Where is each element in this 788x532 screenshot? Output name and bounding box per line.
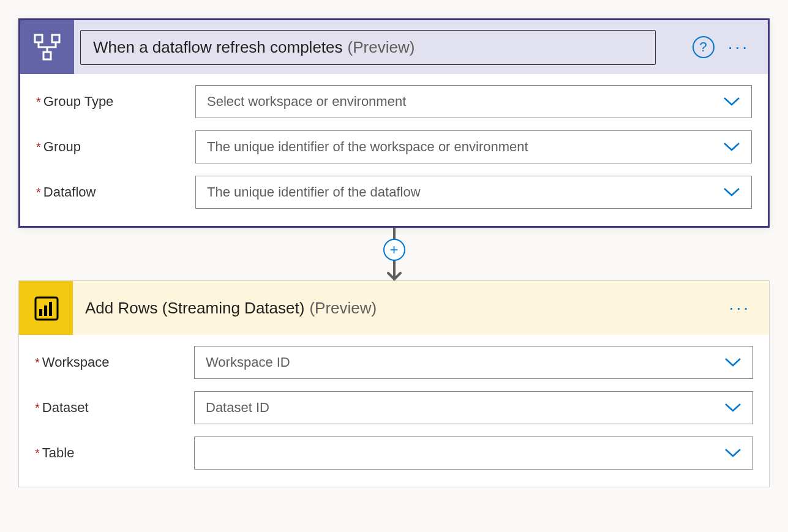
action-header-actions: ··· [726,297,769,319]
flow-canvas: When a dataflow refresh completes (Previ… [18,18,770,487]
placeholder-text: The unique identifier of the workspace o… [207,139,528,155]
help-button[interactable]: ? [692,36,715,58]
group-select[interactable]: The unique identifier of the workspace o… [195,130,752,163]
chevron-down-icon [724,448,741,458]
required-star: * [35,401,40,415]
required-star: * [35,356,40,370]
connector: + [18,228,770,280]
field-row-dataflow: * Dataflow The unique identifier of the … [36,176,752,209]
add-step-button[interactable]: + [383,239,405,261]
trigger-title-wrap: When a dataflow refresh completes (Previ… [74,30,692,65]
action-card-body: * Workspace Workspace ID * Dataset Datas… [19,335,769,487]
label-text: Group Type [43,94,114,110]
trigger-card-body: * Group Type Select workspace or environ… [20,74,768,226]
more-icon: ··· [728,37,749,56]
required-star: * [36,95,41,109]
label-text: Dataflow [43,184,96,200]
trigger-suffix: (Preview) [348,38,415,57]
action-title-wrap: Add Rows (Streaming Dataset) (Preview) [73,299,726,318]
trigger-header-actions: ? ··· [692,36,768,58]
placeholder-text: Dataset ID [206,400,269,416]
action-card[interactable]: Add Rows (Streaming Dataset) (Preview) ·… [18,280,770,487]
field-row-group: * Group The unique identifier of the wor… [36,130,752,163]
more-button[interactable]: ··· [726,297,754,319]
more-icon: ··· [729,298,751,317]
label-text: Workspace [42,354,110,370]
action-suffix: (Preview) [309,299,377,318]
workspace-select[interactable]: Workspace ID [194,346,753,379]
trigger-title: When a dataflow refresh completes [93,38,343,57]
placeholder-text: The unique identifier of the dataflow [207,184,421,200]
svg-rect-1 [52,35,59,42]
action-card-header: Add Rows (Streaming Dataset) (Preview) ·… [19,281,769,335]
field-row-group-type: * Group Type Select workspace or environ… [36,85,752,118]
chevron-down-icon [724,403,741,413]
svg-rect-0 [35,35,42,42]
field-label: * Dataset [35,400,194,416]
arrow-down-icon [386,271,403,282]
required-star: * [36,185,41,200]
dataflow-select[interactable]: The unique identifier of the dataflow [195,176,752,209]
label-text: Group [43,139,81,155]
field-label: * Dataflow [36,184,195,200]
help-icon: ? [700,39,707,55]
label-text: Dataset [42,400,89,416]
powerbi-icon [19,281,73,335]
required-star: * [35,446,40,460]
label-text: Table [42,445,75,461]
field-row-dataset: * Dataset Dataset ID [35,391,753,424]
placeholder-text: Workspace ID [206,354,290,370]
field-label: * Group Type [36,94,195,110]
trigger-title-edit[interactable]: When a dataflow refresh completes (Previ… [80,30,656,65]
placeholder-text: Select workspace or environment [207,94,406,110]
chevron-down-icon [724,358,741,367]
field-label: * Table [35,445,194,461]
more-button[interactable]: ··· [724,36,753,58]
svg-rect-2 [43,52,51,59]
required-star: * [36,140,41,154]
dataset-select[interactable]: Dataset ID [194,391,753,424]
field-row-workspace: * Workspace Workspace ID [35,346,753,379]
svg-rect-6 [49,302,52,316]
plus-icon: + [389,241,398,258]
trigger-card[interactable]: When a dataflow refresh completes (Previ… [18,18,770,228]
chevron-down-icon [723,187,740,197]
table-select[interactable] [194,436,753,470]
trigger-card-header: When a dataflow refresh completes (Previ… [20,20,768,74]
dataflow-icon [20,20,74,74]
field-row-table: * Table [35,436,753,470]
chevron-down-icon [723,142,740,152]
field-label: * Group [36,139,195,155]
chevron-down-icon [723,97,740,107]
svg-rect-5 [44,305,47,316]
group-type-select[interactable]: Select workspace or environment [195,85,752,118]
svg-rect-4 [39,309,42,316]
action-title: Add Rows (Streaming Dataset) [85,299,304,318]
field-label: * Workspace [35,354,194,370]
